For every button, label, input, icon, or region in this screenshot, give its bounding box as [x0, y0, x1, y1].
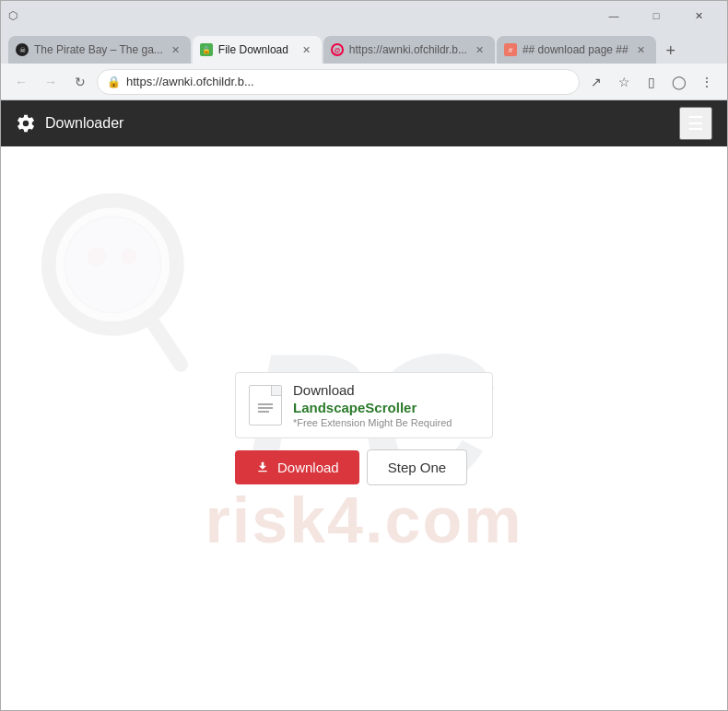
svg-point-2 — [87, 247, 106, 266]
title-bar: ⬡ — □ ✕ — [1, 1, 727, 30]
tab-download-page-title: ## download page ## — [523, 43, 628, 56]
toolbar-icons: ↗ ☆ ▯ ◯ ⋮ — [583, 69, 720, 95]
risk-watermark: risk4.com — [205, 484, 523, 557]
browser-logo: ⬡ — [8, 9, 18, 22]
tab-pirate-bay-title: The Pirate Bay – The ga... — [34, 43, 163, 56]
security-lock-icon: 🔒 — [107, 76, 121, 88]
tab-file-download[interactable]: 🔒 File Download ✕ — [193, 36, 322, 64]
file-name: LandscapeScroller — [293, 400, 452, 415]
title-bar-controls: — □ ✕ — [593, 1, 720, 30]
svg-point-1 — [65, 216, 160, 312]
download-button-label: Download — [277, 460, 339, 475]
page-content: Downloader ☰ PC — [1, 100, 727, 710]
sidebar-toggle-button[interactable]: ▯ — [639, 69, 664, 95]
download-page-favicon: # — [504, 43, 517, 56]
extension-header: Downloader ☰ — [1, 100, 727, 146]
button-row: Download Step One — [235, 449, 467, 485]
reload-button[interactable]: ↻ — [67, 69, 93, 95]
tab-awnki-title: https://awnki.ofchildr.b... — [349, 43, 467, 56]
url-text: https://awnki.ofchildr.b... — [126, 75, 569, 88]
tab-awnki-close[interactable]: ✕ — [473, 42, 487, 57]
download-button[interactable]: Download — [235, 450, 359, 484]
share-button[interactable]: ↗ — [583, 69, 609, 95]
file-download-favicon: 🔒 — [200, 43, 213, 56]
file-icon — [249, 385, 282, 425]
file-note: *Free Extension Might Be Required — [293, 417, 452, 428]
step-one-label: Step One — [388, 460, 446, 475]
back-button[interactable]: ← — [8, 69, 34, 95]
tab-bar: ☠ The Pirate Bay – The ga... ✕ 🔒 File Do… — [1, 30, 727, 64]
tab-file-download-close[interactable]: ✕ — [299, 42, 314, 57]
awnki-favicon: @ — [331, 43, 344, 56]
risk-text: risk4.com — [205, 484, 523, 556]
pirate-bay-favicon: ☠ — [16, 43, 29, 56]
svg-line-4 — [148, 317, 181, 365]
minimize-button[interactable]: — — [593, 1, 635, 30]
extension-header-left: Downloader — [16, 113, 123, 134]
forward-button[interactable]: → — [38, 69, 64, 95]
download-icon — [255, 460, 270, 474]
extension-title: Downloader — [45, 115, 123, 132]
close-button[interactable]: ✕ — [677, 1, 720, 30]
download-card: Download LandscapeScroller *Free Extensi… — [235, 372, 493, 485]
file-info-row: Download LandscapeScroller *Free Extensi… — [235, 372, 493, 438]
browser-window: ⬡ — □ ✕ ☠ The Pirate Bay – The ga... ✕ 🔒… — [0, 0, 728, 711]
maximize-button[interactable]: □ — [635, 1, 677, 30]
tab-pirate-bay-close[interactable]: ✕ — [169, 42, 183, 57]
new-tab-button[interactable]: + — [658, 38, 684, 64]
tab-file-download-title: File Download — [218, 43, 294, 56]
svg-point-0 — [49, 201, 177, 329]
camera-icon — [16, 113, 36, 134]
bookmark-button[interactable]: ☆ — [611, 69, 637, 95]
main-area: PC risk4.com Do — [1, 146, 727, 710]
hamburger-menu-button[interactable]: ☰ — [679, 107, 712, 140]
tab-download-page[interactable]: # ## download page ## ✕ — [497, 36, 656, 64]
tab-pirate-bay[interactable]: ☠ The Pirate Bay – The ga... ✕ — [8, 36, 191, 64]
file-details: Download LandscapeScroller *Free Extensi… — [293, 382, 452, 428]
profile-button[interactable]: ◯ — [666, 69, 692, 95]
file-label: Download — [293, 382, 452, 398]
tab-awnki[interactable]: @ https://awnki.ofchildr.b... ✕ — [323, 36, 495, 64]
tab-download-page-close[interactable]: ✕ — [634, 42, 649, 57]
magnifier-watermark — [38, 192, 204, 377]
more-options-button[interactable]: ⋮ — [694, 69, 720, 95]
hamburger-icon: ☰ — [687, 112, 704, 134]
address-bar-row: ← → ↻ 🔒 https://awnki.ofchildr.b... ↗ ☆ … — [1, 64, 727, 100]
address-bar[interactable]: 🔒 https://awnki.ofchildr.b... — [97, 69, 580, 95]
svg-point-3 — [121, 249, 136, 264]
file-icon-lines — [258, 402, 273, 414]
step-one-button[interactable]: Step One — [367, 449, 467, 485]
